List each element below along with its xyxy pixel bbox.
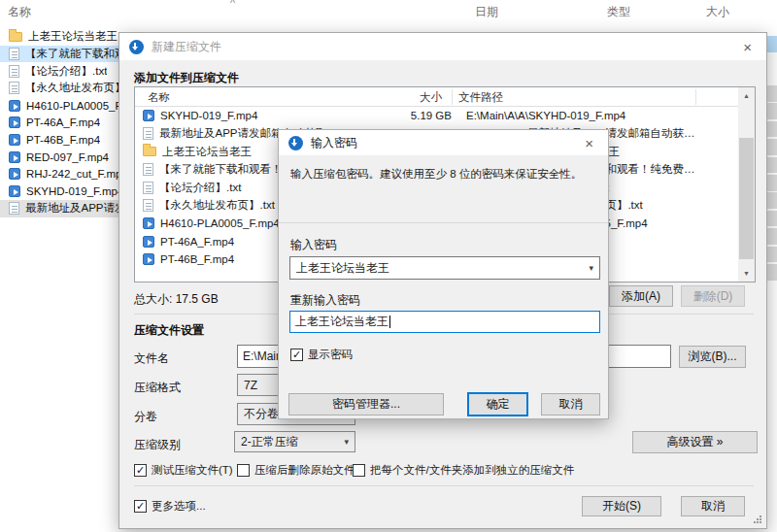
column-header-name[interactable]: 名称 [8, 4, 31, 20]
video-icon [143, 217, 154, 229]
format-label: 压缩格式 [134, 380, 181, 396]
level-select[interactable]: 2-正常压缩 ▾ [234, 431, 355, 452]
video-icon [9, 168, 20, 180]
password-value: 上老王论坛当老王 [296, 260, 389, 277]
checkbox-box: ✓ [290, 349, 303, 361]
column-divider [695, 89, 696, 105]
file-name: SKYHD-019_F.mp4 [160, 110, 384, 121]
video-icon [9, 116, 20, 128]
file-size: 5.19 GB [384, 110, 452, 121]
explorer-file-row[interactable]: H4610-PLA0005_F.mp4 [0, 97, 119, 115]
explorer-file-row[interactable]: 【论坛介绍】.txt [0, 62, 119, 80]
archive-file-row[interactable]: SKYHD-019_F.mp45.19 GBE:\Main\A\A\SKYHD-… [135, 107, 755, 125]
test-archive-checkbox[interactable]: ✓ 测试压缩文件(T) [134, 463, 233, 478]
password-label: 输入密码 [290, 237, 337, 253]
column-header-date[interactable]: 日期 [475, 4, 498, 20]
sort-ascending-icon[interactable]: ^ [230, 0, 235, 9]
more-options-checkbox[interactable]: ✓ 更多选项... [134, 499, 206, 514]
level-value: 2-正常压缩 [241, 434, 298, 450]
format-value: 7Z [244, 379, 257, 392]
separate-archives-checkbox[interactable]: ✓ 把每个文件/文件夹添加到独立的压缩文件 [353, 463, 574, 478]
list-header-name[interactable]: 名称 [148, 90, 170, 105]
close-icon[interactable]: × [738, 38, 757, 56]
cancel-button[interactable]: 取消 [541, 393, 600, 416]
explorer-file-row[interactable]: RHJ-242_cut_F.mp4 [0, 166, 119, 183]
folder-icon [143, 147, 156, 156]
column-divider [452, 89, 453, 105]
list-header-path[interactable]: 文件路径 [458, 90, 503, 105]
confirm-password-value: 上老王论坛当老王 [295, 314, 388, 330]
checkbox-label: 把每个文件/文件夹添加到独立的压缩文件 [370, 463, 574, 478]
file-name: 【论坛介绍】.txt [25, 64, 107, 79]
checkbox-label: 测试压缩文件(T) [152, 463, 233, 478]
txt-icon [9, 82, 19, 94]
chevron-down-icon: ▾ [589, 263, 593, 273]
video-icon [9, 100, 20, 112]
bandizip-app-icon [288, 136, 303, 150]
add-button[interactable]: 添加(A) [609, 285, 673, 307]
list-header-size[interactable]: 大小 [374, 90, 442, 105]
explorer-selection-stripes [767, 85, 777, 282]
vertical-scrollbar[interactable]: ▲ ▼ [738, 87, 755, 282]
file-name: H4610-PLA0005_F.mp4 [26, 100, 119, 112]
file-name: 【永久地址发布页】.txt [25, 81, 119, 95]
scroll-up-icon[interactable]: ▲ [738, 87, 755, 104]
txt-icon [143, 127, 153, 140]
explorer-file-row[interactable]: 【永久地址发布页】.txt [0, 80, 119, 97]
file-name: 【来了就能下载和观看！纯免费！】.txt [25, 47, 119, 61]
explorer-file-row[interactable]: PT-46A_F.mp4 [0, 114, 119, 131]
password-manager-button[interactable]: 密码管理器... [288, 393, 444, 416]
archive-list-header: 名称 大小 文件路径 [135, 87, 755, 107]
password-instruction: 输入压缩包密码。建议使用至少 8 位的密码来保证安全性。 [290, 167, 582, 182]
close-icon[interactable]: × [580, 134, 598, 152]
file-path: E:\Main\A\A\SKYHD-019_F.mp4 [466, 110, 701, 121]
filename-label: 文件名 [134, 350, 169, 367]
scroll-down-icon[interactable]: ▼ [738, 265, 755, 282]
txt-icon [143, 163, 153, 176]
password-combo[interactable]: 上老王论坛当老王 ▾ [289, 256, 600, 280]
video-icon [9, 134, 20, 146]
txt-icon [9, 202, 19, 215]
file-name: RHJ-242_cut_F.mp4 [26, 168, 119, 180]
explorer-file-row[interactable]: RED-097_F.mp4 [0, 149, 119, 166]
explorer-file-row[interactable]: PT-46B_F.mp4 [0, 131, 119, 149]
file-name: PT-46A_F.mp4 [26, 116, 100, 128]
checkbox-label: 更多选项... [152, 499, 206, 514]
confirm-password-field[interactable]: 上老王论坛当老王 [289, 311, 600, 333]
bandizip-app-icon [129, 40, 144, 54]
explorer-file-row[interactable]: SKYHD-019_F.mp4 [0, 183, 119, 200]
cancel-button[interactable]: 取消 [681, 496, 745, 516]
chevron-down-icon: ▾ [344, 437, 349, 447]
browse-button[interactable]: 浏览(B)... [679, 346, 746, 368]
scrollbar-thumb[interactable] [739, 138, 754, 259]
explorer-file-row[interactable]: 上老王论坛当老王 [0, 28, 119, 46]
volume-label: 分卷 [134, 409, 157, 425]
explorer-file-list: 上老王论坛当老王【来了就能下载和观看！纯免费！】.txt【论坛介绍】.txt【永… [0, 28, 119, 217]
new-archive-titlebar: 新建压缩文件 × [119, 33, 766, 60]
column-header-size[interactable]: 大小 [706, 4, 729, 20]
video-icon [143, 236, 154, 248]
explorer-file-row[interactable]: 【来了就能下载和观看！纯免费！】.txt [0, 46, 119, 63]
column-header-type[interactable]: 类型 [607, 4, 630, 20]
ok-button[interactable]: 确定 [467, 392, 528, 416]
video-icon [9, 185, 20, 197]
file-name: PT-46B_F.mp4 [26, 134, 100, 146]
volume-value: 不分卷 [244, 406, 279, 422]
video-icon [143, 110, 154, 121]
resize-grip-icon[interactable] [753, 515, 762, 524]
explorer-selected-row-edge [767, 36, 777, 52]
password-dialog: 输入密码 × 输入压缩包密码。建议使用至少 8 位的密码来保证安全性。 输入密码… [278, 129, 609, 419]
folder-icon [9, 32, 22, 42]
txt-icon [9, 65, 19, 78]
remove-button[interactable]: 删除(D) [681, 285, 745, 307]
checkbox-label: 压缩后删除原始文件 [254, 463, 355, 478]
delete-after-checkbox[interactable]: ✓ 压缩后删除原始文件 [237, 463, 355, 478]
desktop: 名称 日期 类型 大小 ^ 上老王论坛当老王【来了就能下载和观看！纯免费！】.t… [0, 0, 777, 532]
show-password-checkbox[interactable]: ✓ 显示密码 [290, 348, 353, 362]
checkbox-box: ✓ [237, 464, 250, 477]
advanced-settings-button[interactable]: 高级设置 » [632, 431, 758, 453]
start-button[interactable]: 开始(S) [582, 496, 661, 516]
password-titlebar: 输入密码 × [279, 130, 608, 155]
explorer-file-row[interactable]: 最新地址及APP请发邮箱自动获取！！....txt [0, 200, 119, 217]
level-label: 压缩级别 [134, 437, 181, 453]
